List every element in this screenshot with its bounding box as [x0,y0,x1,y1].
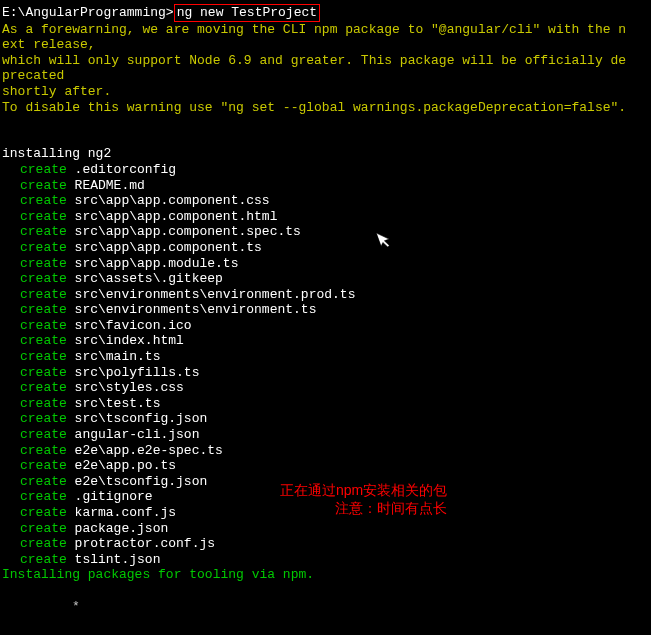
blink-cursor: * [72,599,80,614]
file-line: create karma.conf.js [2,505,649,521]
file-line: create README.md [2,178,649,194]
create-label: create [20,505,67,520]
warning-line-3: which will only support Node 6.9 and gre… [2,53,649,69]
file-line: create package.json [2,521,649,537]
create-label: create [20,365,67,380]
create-label: create [20,224,67,239]
cursor-line: * [2,599,649,615]
file-line: create src\main.ts [2,349,649,365]
prompt-path: E:\AngularProgramming> [2,5,174,20]
warning-line-4: precated [2,68,649,84]
create-label: create [20,349,67,364]
prompt-line: E:\AngularProgramming>ng new TestProject [2,4,649,22]
file-line: create protractor.conf.js [2,536,649,552]
file-path: src\app\app.component.html [67,209,278,224]
warning-line-2: ext release, [2,37,649,53]
file-line: create src\app\app.module.ts [2,256,649,272]
file-path: tslint.json [67,552,161,567]
file-line: create tslint.json [2,552,649,568]
file-line: create src\index.html [2,333,649,349]
file-path: src\styles.css [67,380,184,395]
create-label: create [20,193,67,208]
create-label: create [20,443,67,458]
file-path: .editorconfig [67,162,176,177]
warning-line-7: To disable this warning use "ng set --gl… [2,100,649,116]
file-path: src\test.ts [67,396,161,411]
file-path: karma.conf.js [67,505,176,520]
file-path: package.json [67,521,168,536]
file-line: create src\tsconfig.json [2,411,649,427]
file-path: src\app\app.component.spec.ts [67,224,301,239]
file-path: README.md [67,178,145,193]
command-text: ng new TestProject [177,5,317,20]
create-label: create [20,521,67,536]
file-path: src\environments\environment.ts [67,302,317,317]
file-path: e2e\app.e2e-spec.ts [67,443,223,458]
installing-message: Installing packages for tooling via npm. [2,567,649,583]
file-line: create src\assets\.gitkeep [2,271,649,287]
create-label: create [20,552,67,567]
file-line: create .editorconfig [2,162,649,178]
warning-line-1: As a forewarning, we are moving the CLI … [2,22,649,38]
file-path: src\tsconfig.json [67,411,207,426]
file-line: create src\environments\environment.ts [2,302,649,318]
file-path: src\index.html [67,333,184,348]
annotation-line-1: 正在通过npm安装相关的包 [280,482,447,499]
create-label: create [20,209,67,224]
file-path: src\app\app.module.ts [67,256,239,271]
install-header: installing ng2 [2,146,649,162]
warning-line-5: shortly after. [2,84,649,100]
blank-3 [2,583,649,599]
blank-2 [2,131,649,147]
annotation-line-2: 注意：时间有点长 [335,500,447,517]
file-path: src\app\app.component.ts [67,240,262,255]
file-path: src\polyfills.ts [67,365,200,380]
file-path: src\main.ts [67,349,161,364]
file-path: src\app\app.component.css [67,193,270,208]
file-path: e2e\tsconfig.json [67,474,207,489]
file-line: create src\favicon.ico [2,318,649,334]
create-label: create [20,271,67,286]
file-path: src\environments\environment.prod.ts [67,287,356,302]
file-line: create e2e\app.e2e-spec.ts [2,443,649,459]
create-label: create [20,380,67,395]
command-highlight: ng new TestProject [174,4,320,22]
file-line: create src\app\app.component.css [2,193,649,209]
create-label: create [20,411,67,426]
create-label: create [20,396,67,411]
file-path: protractor.conf.js [67,536,215,551]
file-path: angular-cli.json [67,427,200,442]
file-line: create src\test.ts [2,396,649,412]
files-list: create .editorconfigcreate README.mdcrea… [2,162,649,567]
create-label: create [20,536,67,551]
create-label: create [20,458,67,473]
file-path: src\assets\.gitkeep [67,271,223,286]
create-label: create [20,302,67,317]
file-line: create src\app\app.component.spec.ts [2,224,649,240]
create-label: create [20,318,67,333]
create-label: create [20,162,67,177]
create-label: create [20,256,67,271]
file-line: create e2e\app.po.ts [2,458,649,474]
file-path: .gitignore [67,489,153,504]
create-label: create [20,489,67,504]
create-label: create [20,427,67,442]
create-label: create [20,240,67,255]
create-label: create [20,474,67,489]
file-line: create src\polyfills.ts [2,365,649,381]
file-path: src\favicon.ico [67,318,192,333]
blank-1 [2,115,649,131]
file-line: create src\app\app.component.html [2,209,649,225]
file-line: create angular-cli.json [2,427,649,443]
create-label: create [20,287,67,302]
file-line: create src\environments\environment.prod… [2,287,649,303]
file-line: create src\app\app.component.ts [2,240,649,256]
create-label: create [20,178,67,193]
create-label: create [20,333,67,348]
file-line: create src\styles.css [2,380,649,396]
file-path: e2e\app.po.ts [67,458,176,473]
